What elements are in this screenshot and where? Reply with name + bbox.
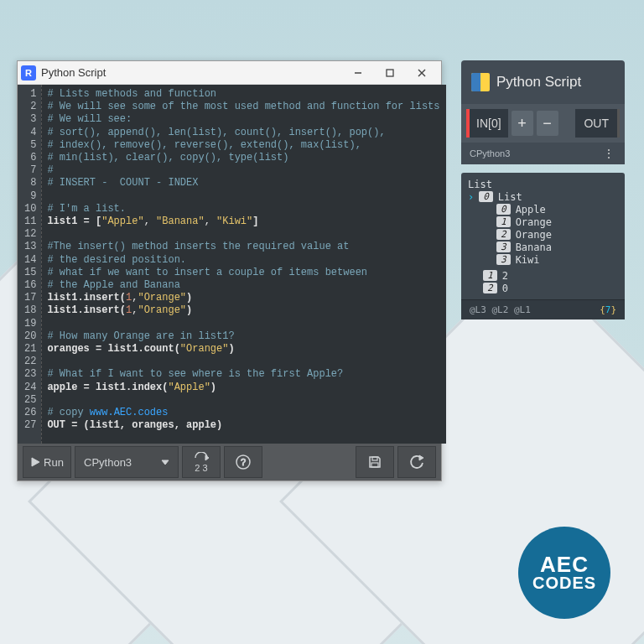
output-root[interactable]: › 0 List <box>468 190 618 203</box>
output-port[interactable]: OUT <box>575 109 620 138</box>
node-subheader: CPython3 ⋮ <box>461 143 625 164</box>
output-item[interactable]: 1Orange <box>468 216 618 228</box>
input-port-0[interactable]: IN[0] <box>466 109 508 138</box>
engine-label: CPython3 <box>470 148 510 158</box>
footer-levels: @L3 @L2 @L1 <box>470 304 531 315</box>
add-input-button[interactable]: + <box>512 111 533 136</box>
help-button[interactable]: ? <box>224 446 262 478</box>
svg-rect-1 <box>387 70 393 76</box>
editor-toolbar: Run CPython3 2 3 ? <box>18 444 441 480</box>
node-output-footer: @L3 @L2 @L1 {7} <box>461 299 625 319</box>
svg-marker-6 <box>205 455 209 460</box>
output-item[interactable]: 20 <box>468 282 618 294</box>
node-header[interactable]: Python Script <box>461 60 625 104</box>
migrate-label: 2 3 <box>195 464 207 473</box>
interpreter-label: CPython3 <box>84 456 132 469</box>
line-number-gutter: 1 2 3 4 5 6 7 8 9 10 11 12 13 14 15 16 1… <box>18 85 41 444</box>
revert-button[interactable] <box>397 446 436 478</box>
code-content[interactable]: # Lists methods and function # We will s… <box>41 85 446 444</box>
node-menu-icon[interactable]: ⋮ <box>603 147 616 160</box>
svg-marker-11 <box>419 455 423 460</box>
output-item[interactable]: 12 <box>468 269 618 282</box>
save-button[interactable] <box>356 446 394 478</box>
minimize-button[interactable] <box>342 62 374 84</box>
svg-text:?: ? <box>241 457 246 467</box>
input-port-label: IN[0] <box>476 117 501 130</box>
svg-marker-5 <box>162 460 169 465</box>
python-editor-window: R Python Script 1 2 3 4 5 6 7 8 9 10 11 … <box>17 60 442 481</box>
editor-title: Python Script <box>41 66 106 79</box>
output-item[interactable]: 2Orange <box>468 228 618 241</box>
svg-marker-4 <box>32 458 39 466</box>
aec-codes-logo: AEC CODES <box>518 527 610 619</box>
run-button[interactable]: Run <box>23 446 71 478</box>
close-button[interactable] <box>406 62 438 84</box>
maximize-button[interactable] <box>374 62 406 84</box>
node-ports-row: IN[0] + − OUT <box>461 104 625 143</box>
dynamo-python-node: Python Script IN[0] + − OUT CPython3 ⋮ L… <box>461 60 625 319</box>
revit-app-icon: R <box>21 65 36 80</box>
remove-input-button[interactable]: − <box>537 111 558 136</box>
run-label: Run <box>44 456 64 469</box>
output-header: List <box>468 178 618 190</box>
output-item[interactable]: 0Apple <box>468 203 618 216</box>
output-port-label: OUT <box>584 117 609 130</box>
caret-icon: › <box>468 191 474 203</box>
python-icon <box>471 73 490 91</box>
migrate-button[interactable]: 2 3 <box>182 446 221 478</box>
node-title: Python Script <box>496 74 581 91</box>
svg-rect-9 <box>372 457 377 460</box>
node-output-preview[interactable]: List › 0 List 0Apple1Orange2Orange3Banan… <box>461 173 625 319</box>
output-item[interactable]: 3Banana <box>468 241 618 253</box>
interpreter-select[interactable]: CPython3 <box>75 446 179 478</box>
output-item[interactable]: 3Kiwi <box>468 253 618 266</box>
editor-titlebar[interactable]: R Python Script <box>18 61 441 85</box>
code-editor[interactable]: 1 2 3 4 5 6 7 8 9 10 11 12 13 14 15 16 1… <box>18 85 441 444</box>
footer-count: {7} <box>600 304 616 315</box>
